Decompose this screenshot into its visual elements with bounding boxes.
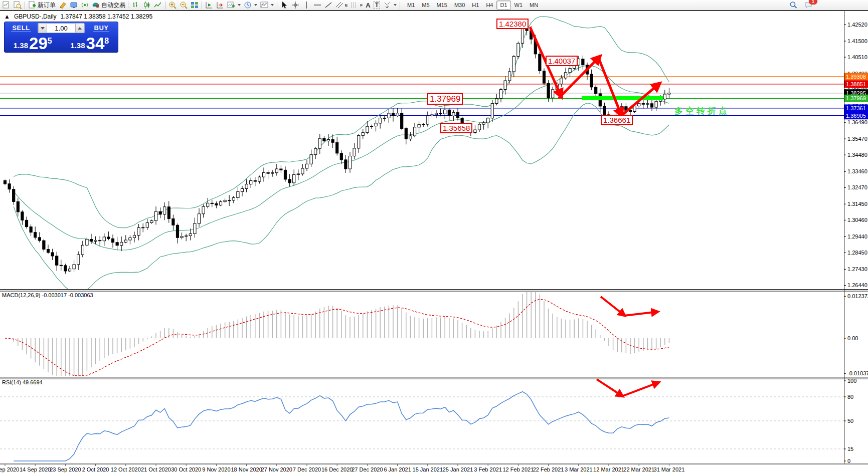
macd-tick-label: -0.010374 (847, 370, 868, 376)
indicators-button[interactable] (226, 1, 242, 10)
chevron-down-icon (271, 4, 274, 6)
channel-tool-button[interactable]: E (334, 1, 349, 10)
templates-button[interactable] (259, 1, 275, 10)
triangle-down-icon (41, 27, 45, 30)
price-tick-label: 1.42520 (847, 22, 867, 28)
date-tick-label: 15 Jan 2021 (413, 466, 443, 472)
date-tick-label: 3 Mar 2021 (565, 466, 593, 472)
line-chart-icon (154, 1, 162, 9)
new-chart-icon (3, 1, 11, 9)
zoom-out-button[interactable] (178, 1, 189, 10)
text-tool-button[interactable]: A (364, 1, 372, 10)
timeframe-button-M1[interactable]: M1 (404, 1, 418, 10)
rsi-tick-label: 15 (847, 446, 853, 452)
buy-price-main: 34 (86, 36, 105, 51)
date-tick-label: 27 Dec 2020 (352, 466, 383, 472)
date-tick-label: 16 Dec 2020 (321, 466, 353, 472)
chart-shift-button[interactable] (215, 1, 226, 10)
window-preview-button[interactable] (12, 1, 23, 10)
toolbar-separator (165, 2, 165, 9)
timeframe-button-M30[interactable]: M30 (451, 1, 468, 10)
metaeditor-button[interactable] (57, 1, 68, 10)
price-tick-label: 1.33460 (847, 168, 867, 174)
text-label-icon: T (374, 1, 380, 9)
terminal-button[interactable] (68, 1, 79, 10)
autotrading-button[interactable]: 自动交易 (90, 1, 127, 10)
sell-price-prefix: 1.38 (14, 41, 28, 51)
date-tick-label: 21 Oct 2020 (141, 466, 171, 472)
price-tag-1.39308: 1.39308 (844, 73, 868, 80)
text-tool-icon: A (366, 2, 370, 9)
chevron-down-icon (254, 4, 257, 6)
timeframe-button-M5[interactable]: M5 (418, 1, 433, 10)
new-order-icon (28, 1, 36, 9)
text-label-tool-button[interactable]: T (372, 1, 382, 10)
new-order-label: 新订单 (38, 1, 56, 10)
date-tick-label: 3 Feb 2021 (474, 466, 502, 472)
svg-text:1.38851: 1.38851 (846, 81, 866, 87)
chart-canvas[interactable]: 1.425201.415001.405101.394901.385001.374… (0, 0, 868, 474)
price-tick-label: 1.30460 (847, 217, 867, 223)
timeframe-button-H4[interactable]: H4 (482, 1, 496, 10)
svg-text:1.39308: 1.39308 (846, 74, 866, 80)
sell-button[interactable]: SELL (5, 22, 38, 34)
rsi-tick-label: 100 (847, 378, 856, 384)
signals-icon (81, 1, 89, 9)
zoom-in-button[interactable] (167, 1, 178, 10)
vertical-line-icon (302, 1, 310, 9)
lot-decrease-button[interactable] (38, 23, 47, 33)
timeframe-button-D1[interactable]: D1 (496, 1, 510, 10)
lot-size-value[interactable]: 1.00 (47, 25, 75, 32)
signals-button[interactable] (79, 1, 90, 10)
trendline-tool-button[interactable] (323, 1, 334, 10)
arrows-tool-button[interactable] (382, 1, 398, 10)
new-chart-button[interactable] (1, 1, 12, 10)
date-tick-label: 31 Mar 2021 (654, 466, 685, 472)
channel-letter: E (345, 3, 348, 8)
timeframe-button-W1[interactable]: W1 (511, 1, 527, 10)
support-band[interactable] (582, 96, 663, 100)
price-tick-label: 1.29440 (847, 233, 867, 240)
notification-badge: 1 (809, 0, 817, 5)
price-tick-label: 1.28450 (847, 250, 867, 256)
periods-button[interactable] (242, 1, 259, 10)
bar-chart-button[interactable] (130, 1, 141, 10)
date-tick-label: 9 Nov 2020 (202, 466, 230, 472)
lot-increase-button[interactable] (75, 23, 84, 33)
trendline-icon (324, 1, 332, 9)
horizontal-line-tool-button[interactable] (312, 1, 323, 10)
buy-button-label: BUY (93, 24, 110, 32)
auto-scroll-button[interactable] (204, 1, 215, 10)
timeframe-button-M15[interactable]: M15 (433, 1, 451, 10)
date-tick-label: 27 Nov 2020 (261, 466, 292, 472)
tile-windows-button[interactable] (189, 1, 200, 10)
clock-icon (244, 1, 252, 9)
toolbar-separator (277, 2, 277, 9)
date-tick-label: 12 Feb 2021 (503, 466, 534, 472)
sell-price: 1.38295 (5, 36, 61, 52)
lot-size-field[interactable]: 1.00 (38, 23, 85, 33)
date-tick-label: 7 Dec 2020 (293, 466, 321, 472)
buy-button[interactable]: BUY (85, 22, 118, 34)
date-tick-label: 23 Sep 2020 (50, 466, 81, 472)
vertical-line-tool-button[interactable] (301, 1, 312, 10)
date-tick-label: 22 Feb 2021 (533, 466, 564, 472)
candlestick-chart-button[interactable] (141, 1, 152, 10)
new-order-button[interactable]: 新订单 (27, 1, 57, 10)
line-chart-button[interactable] (152, 1, 163, 10)
svg-text:1.37969: 1.37969 (846, 95, 866, 101)
cursor-tool-button[interactable] (279, 1, 290, 10)
toolbar-separator (25, 2, 25, 9)
timeframe-button-MN[interactable]: MN (526, 1, 542, 10)
crosshair-tool-button[interactable] (290, 1, 301, 10)
pane-splitter[interactable] (0, 378, 868, 379)
toolbar-grip (128, 2, 129, 9)
timeframe-button-H1[interactable]: H1 (468, 1, 482, 10)
fibonacci-tool-button[interactable]: F (349, 1, 364, 10)
sell-price-pip: 5 (48, 38, 52, 45)
pane-splitter[interactable] (0, 290, 868, 291)
price-tick-label: 1.27430 (847, 266, 867, 272)
notifications-button[interactable]: 1 (803, 1, 814, 10)
price-tag-1.36905: 1.36905 (844, 112, 868, 119)
search-button[interactable] (788, 1, 799, 10)
